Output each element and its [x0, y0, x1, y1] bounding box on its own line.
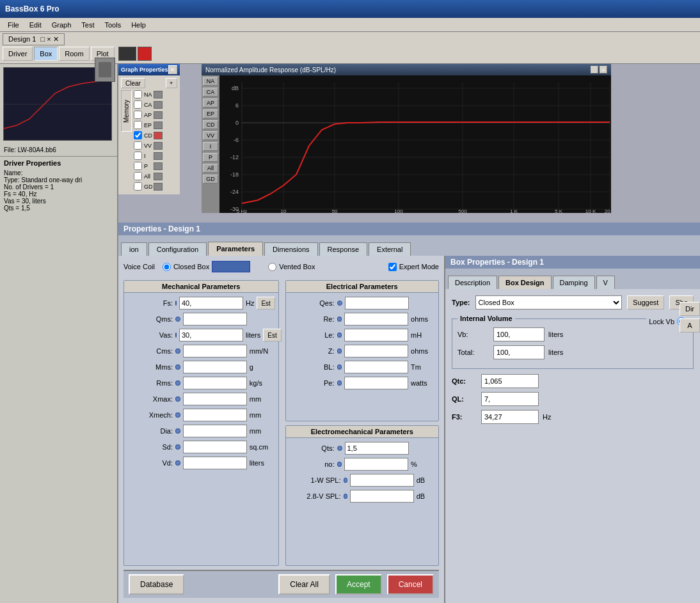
vas-est-btn[interactable]: Est	[263, 329, 281, 341]
curve-p-check[interactable]	[134, 162, 142, 170]
vb-input[interactable]	[493, 327, 545, 341]
le-input[interactable]	[344, 329, 408, 341]
tab-parameters[interactable]: Parameters	[208, 242, 263, 256]
xmax-input[interactable]	[183, 393, 247, 405]
graph-props-close[interactable]: ×	[168, 65, 177, 74]
amp-cd-btn[interactable]: CD	[203, 120, 218, 129]
tab-ion[interactable]: ion	[121, 242, 147, 256]
rms-input[interactable]	[183, 377, 247, 389]
closed-box-option[interactable]: Closed Box	[163, 261, 250, 272]
curve-ep-check[interactable]	[134, 121, 142, 129]
tab-description[interactable]: Description	[448, 276, 497, 289]
tab-configuration[interactable]: Configuration	[148, 242, 207, 256]
z-dot	[337, 348, 342, 354]
svg-text:-24: -24	[230, 189, 239, 195]
curve-vv-check[interactable]	[134, 141, 142, 150]
tab-response[interactable]: Response	[319, 242, 368, 256]
box-btn[interactable]: Box	[34, 47, 58, 61]
sd-label: Sd:	[128, 443, 173, 451]
tab-box-design[interactable]: Box Design	[498, 276, 552, 289]
fs-row: Fs: Hz Est	[128, 297, 274, 309]
vd-input[interactable]	[183, 457, 247, 469]
database-btn[interactable]: Database	[129, 574, 184, 595]
amp-ap-btn[interactable]: AP	[203, 98, 218, 107]
tab-external[interactable]: External	[369, 242, 411, 256]
sd-row: Sd: sq.cm	[128, 441, 274, 453]
curve-cd-check[interactable]	[134, 131, 142, 139]
amp-na-btn[interactable]: NA	[203, 77, 218, 86]
f3-input[interactable]	[481, 410, 539, 424]
cms-input[interactable]	[183, 345, 247, 357]
curve-i-check[interactable]	[134, 152, 142, 160]
qts-input[interactable]	[345, 442, 409, 455]
svg-text:0: 0	[235, 120, 239, 126]
curve-ap-check[interactable]	[134, 111, 142, 119]
room-btn[interactable]: Room	[59, 47, 89, 61]
box-type-select[interactable]: Closed Box	[475, 295, 623, 309]
box-properties-title: Box Properties - Design 1	[445, 256, 700, 269]
spl28v-input[interactable]	[350, 490, 414, 503]
vented-box-radio[interactable]	[268, 263, 276, 271]
suggest-btn[interactable]: Suggest	[627, 295, 664, 309]
vented-box-option[interactable]: Vented Box	[268, 263, 315, 271]
menu-edit[interactable]: Edit	[24, 20, 47, 30]
clear-all-btn[interactable]: Clear All	[278, 574, 330, 595]
bl-input[interactable]	[344, 361, 408, 373]
curve-na-check[interactable]	[134, 90, 142, 98]
qtc-input[interactable]	[481, 374, 539, 388]
fs-input[interactable]	[179, 297, 243, 309]
expert-mode-check[interactable]	[388, 263, 397, 271]
graph-expand-btn[interactable]: +	[166, 78, 177, 88]
amp-gd-btn[interactable]: GD	[203, 175, 218, 184]
sd-input[interactable]	[183, 441, 247, 453]
driver-btn[interactable]: Driver	[3, 47, 33, 61]
no-dot	[337, 462, 342, 467]
amp-p-btn[interactable]: P	[203, 153, 218, 162]
menu-help[interactable]: Help	[126, 20, 151, 30]
mms-label: Mms:	[128, 363, 173, 371]
no-input[interactable]	[344, 458, 408, 471]
a-btn[interactable]: A	[680, 318, 700, 333]
amp-vv-btn[interactable]: VV	[203, 131, 218, 140]
curve-gd-check[interactable]	[134, 182, 142, 191]
menu-test[interactable]: Test	[76, 20, 99, 30]
qms-input[interactable]	[183, 313, 247, 325]
amp-ep-btn[interactable]: EP	[203, 109, 218, 118]
curve-all-check[interactable]	[134, 172, 142, 180]
qes-input[interactable]	[345, 297, 409, 309]
spl28v-label: 2.8-V SPL:	[290, 492, 341, 500]
graph-clear-btn[interactable]: Clear	[121, 78, 145, 88]
svg-text:-18: -18	[230, 171, 239, 178]
closed-box-radio[interactable]	[163, 263, 171, 271]
re-input[interactable]	[344, 313, 408, 325]
xmech-input[interactable]	[183, 409, 247, 421]
menu-file[interactable]: File	[3, 20, 24, 30]
amplitude-close[interactable]: ×	[600, 66, 607, 74]
dir-btn[interactable]: Dir	[680, 302, 700, 316]
design-tab[interactable]: Design 1 □ × ✕	[3, 33, 65, 45]
spl1w-input[interactable]	[350, 474, 414, 487]
tab-dimensions[interactable]: Dimensions	[264, 242, 317, 256]
cms-label: Cms:	[128, 347, 173, 355]
menu-graph[interactable]: Graph	[47, 20, 77, 30]
amp-i-btn[interactable]: I	[203, 142, 218, 151]
menu-tools[interactable]: Tools	[99, 20, 126, 30]
dia-label: Dia:	[128, 427, 173, 435]
amp-ca-btn[interactable]: CA	[203, 88, 218, 97]
total-input[interactable]	[493, 345, 545, 359]
tab-damping[interactable]: Damping	[553, 276, 595, 289]
amp-all-btn[interactable]: All	[203, 164, 218, 173]
ql-input[interactable]	[481, 392, 539, 406]
curve-ca-check[interactable]	[134, 100, 142, 109]
fs-est-btn[interactable]: Est	[257, 297, 274, 309]
dia-input[interactable]	[183, 425, 247, 437]
vas-input[interactable]	[179, 329, 243, 341]
mms-input[interactable]	[183, 361, 247, 373]
accept-btn[interactable]: Accept	[335, 574, 382, 595]
tab-v[interactable]: V	[596, 276, 615, 289]
memory-btn[interactable]: Memory	[121, 90, 132, 132]
pe-input[interactable]	[344, 377, 408, 389]
amplitude-minimize[interactable]: _	[591, 66, 598, 74]
z-input[interactable]	[344, 345, 408, 357]
cancel-btn[interactable]: Cancel	[387, 574, 434, 595]
